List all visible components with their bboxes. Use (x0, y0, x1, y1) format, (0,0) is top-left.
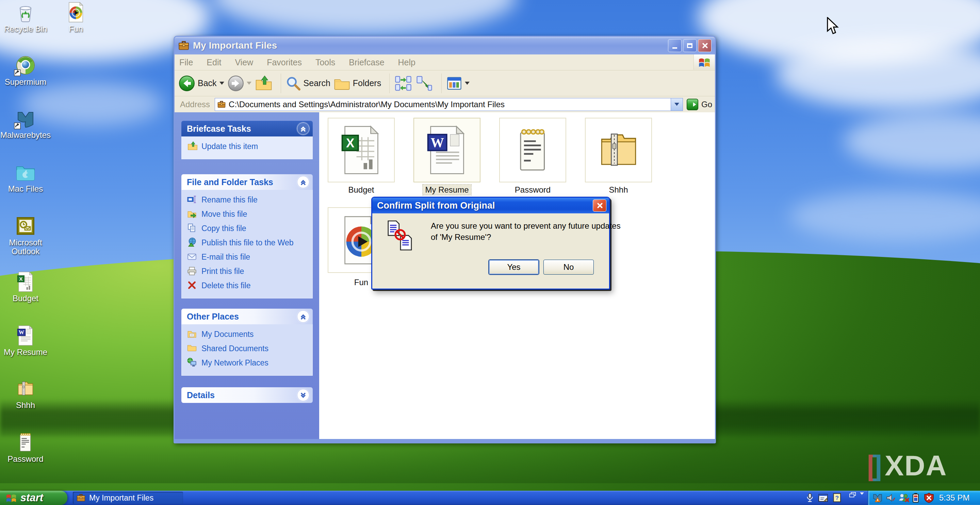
menu-file[interactable]: File (179, 57, 193, 67)
maximize-button[interactable] (683, 39, 697, 52)
back-button[interactable]: Back (179, 75, 224, 92)
security-alert-icon[interactable] (924, 493, 934, 503)
window-stack-icon[interactable] (848, 491, 859, 502)
menu-briefcase[interactable]: Briefcase (349, 57, 384, 67)
dialog-close-button[interactable] (593, 199, 606, 212)
sidebar-link-my-network-places[interactable]: My Network Places (187, 358, 312, 368)
malwarebytes-tray-icon[interactable] (872, 493, 883, 503)
sidebar-link-move-file[interactable]: Move this file (187, 209, 312, 219)
sidebar-link-my-documents[interactable]: My Documents (187, 329, 312, 339)
file-thumbnail-my-resume[interactable] (414, 118, 480, 182)
sidebar-link-label: My Network Places (202, 358, 269, 368)
toolbar: Back Search Folders (175, 70, 715, 96)
no-button[interactable]: No (543, 260, 594, 275)
file-thumbnail-shhh[interactable] (585, 118, 652, 182)
user-accounts-alert-icon[interactable] (898, 493, 908, 503)
address-dropdown-button[interactable] (671, 98, 682, 111)
taskbar-item-my-important-files[interactable]: My Important Files (73, 492, 183, 504)
file-folder-tasks-header[interactable]: File and Folder Tasks (181, 174, 313, 190)
microphone-icon[interactable] (805, 493, 816, 503)
collapse-chevron-icon[interactable] (297, 176, 309, 188)
system-tray: 5:35 PM (868, 491, 980, 505)
go-button[interactable]: Go (686, 98, 712, 111)
volume-muted-icon[interactable] (885, 493, 896, 503)
menu-help[interactable]: Help (398, 57, 415, 67)
sidebar-link-publish-file[interactable]: Publish this file to the Web (187, 237, 312, 248)
media-file-icon (66, 2, 86, 22)
file-label-budget[interactable]: Budget (328, 185, 395, 194)
update-all-button[interactable] (395, 75, 412, 92)
journal-notes-icon[interactable] (818, 493, 829, 503)
close-button[interactable] (698, 39, 711, 52)
file-label-shhh[interactable]: Shhh (585, 185, 652, 194)
desktop-icon-label: Fun (69, 24, 83, 33)
go-label: Go (701, 100, 712, 109)
sidebar-link-delete-file[interactable]: Delete this file (187, 280, 312, 291)
desktop-icon-my-resume[interactable]: My Resume (0, 325, 51, 357)
details-header[interactable]: Details (181, 387, 313, 403)
briefcase-icon (178, 40, 189, 51)
shortcut-arrow-icon (14, 123, 21, 129)
views-button[interactable] (447, 76, 469, 91)
battery-status-icon[interactable] (911, 493, 921, 503)
file-label-my-resume[interactable]: My Resume (414, 185, 480, 194)
sidebar-link-copy-file[interactable]: Copy this file (187, 223, 312, 233)
panel-title: File and Folder Tasks (187, 177, 297, 187)
other-places-panel: Other Places My Documents Shared Documen… (181, 309, 313, 376)
other-places-header[interactable]: Other Places (181, 309, 313, 324)
excel-document-icon (341, 126, 382, 175)
menu-view[interactable]: View (235, 57, 253, 67)
file-thumbnail-budget[interactable] (328, 118, 395, 182)
windows-flag-icon (5, 492, 17, 503)
yes-button[interactable]: Yes (488, 260, 539, 275)
desktop-icon-recycle-bin[interactable]: Recycle Bin (0, 2, 51, 33)
desktop-icon-microsoft-outlook[interactable]: Microsoft Outlook (0, 216, 51, 256)
task-pane: Briefcase Tasks Update this item File an… (175, 112, 319, 439)
forward-button[interactable] (228, 75, 251, 92)
desktop-icon-label: Malwarebytes (0, 131, 51, 140)
desktop-icon-mac-files[interactable]: Mac Files (0, 162, 51, 193)
start-button[interactable]: start (0, 491, 67, 505)
file-label-password[interactable]: Password (499, 185, 566, 194)
minimize-button[interactable] (668, 39, 682, 52)
file-thumbnail-password[interactable] (499, 118, 566, 182)
panel-title: Briefcase Tasks (187, 124, 297, 134)
views-dropdown-icon (465, 82, 469, 85)
zip-folder-icon (15, 378, 36, 399)
menu-edit[interactable]: Edit (207, 57, 221, 67)
collapse-chevron-icon[interactable] (297, 311, 309, 323)
sidebar-link-print-file[interactable]: Print this file (187, 266, 312, 276)
window-titlebar[interactable]: My Important Files (175, 37, 715, 54)
help-book-icon[interactable] (832, 493, 843, 503)
sidebar-link-update-this-item[interactable]: Update this item (187, 141, 312, 151)
taskbar-clock[interactable]: 5:35 PM (939, 493, 969, 503)
split-from-original-button[interactable] (415, 75, 433, 92)
desktop-icon-malwarebytes[interactable]: Malwarebytes (0, 108, 51, 140)
file-name: Password (513, 185, 553, 194)
dialog-titlebar[interactable]: Confirm Split from Original (372, 198, 609, 213)
desktop-icon-fun[interactable]: Fun (50, 2, 102, 33)
sidebar-link-email-file[interactable]: E-mail this file (187, 252, 312, 262)
address-input[interactable]: C:\Documents and Settings\Administrator\… (215, 98, 683, 111)
menu-tools[interactable]: Tools (315, 57, 335, 67)
delete-icon (187, 280, 197, 291)
up-button[interactable] (255, 75, 272, 92)
sidebar-link-shared-documents[interactable]: Shared Documents (187, 343, 312, 354)
sidebar-link-label: My Documents (202, 330, 253, 339)
desktop-icon-supermium[interactable]: Supermium (0, 55, 51, 86)
sidebar-link-rename-file[interactable]: Rename this file (187, 194, 312, 205)
folders-button[interactable]: Folders (334, 76, 381, 91)
briefcase-tasks-header[interactable]: Briefcase Tasks (181, 121, 313, 137)
desktop-icon-shhh[interactable]: Shhh (0, 378, 51, 410)
desktop-icon-password[interactable]: Password (0, 432, 51, 464)
address-value: C:\Documents and Settings\Administrator\… (229, 100, 504, 109)
collapse-chevron-icon[interactable] (297, 123, 309, 135)
watermark-bracket-right: ] (872, 449, 883, 481)
recycle-bin-icon (15, 2, 36, 22)
expand-chevron-icon[interactable] (297, 389, 309, 401)
search-button[interactable]: Search (286, 76, 331, 91)
desktop-icon-budget[interactable]: Budget (0, 272, 51, 303)
malwarebytes-icon (15, 108, 36, 129)
desktop-icon-label: Recycle Bin (4, 24, 47, 33)
menu-favorites[interactable]: Favorites (267, 57, 302, 67)
